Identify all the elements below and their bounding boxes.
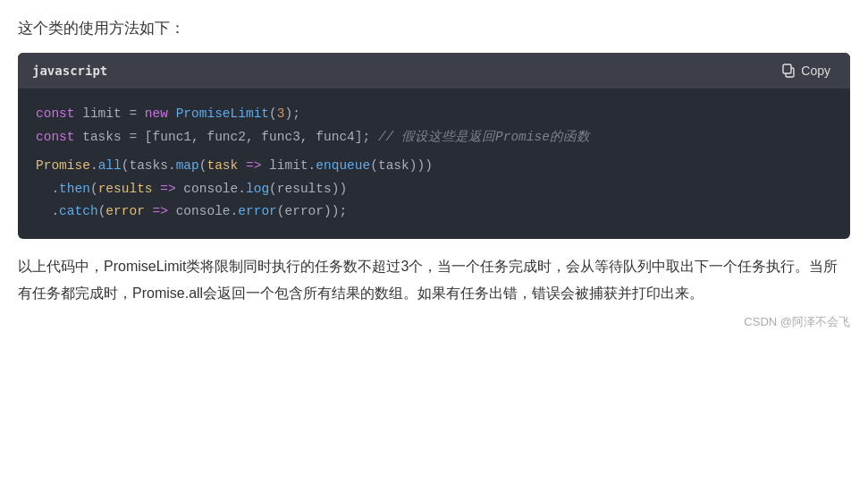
code-line-4: .then(results => console.log(results)) <box>36 178 832 200</box>
outro-text: 以上代码中，PromiseLimit类将限制同时执行的任务数不超过3个，当一个任… <box>18 253 850 306</box>
code-line-5: .catch(error => console.error(error)); <box>36 200 832 223</box>
code-line-2: const tasks = [func1, func2, func3, func… <box>36 126 832 149</box>
code-language-label: javascript <box>32 64 107 78</box>
copy-button[interactable]: Copy <box>776 62 836 80</box>
footer-watermark: CSDN @阿泽不会飞 <box>18 314 850 330</box>
code-header: javascript Copy <box>18 53 850 89</box>
copy-label: Copy <box>801 64 830 78</box>
svg-rect-1 <box>783 64 791 73</box>
code-block: javascript Copy const limit = new Promis… <box>18 53 850 239</box>
code-body: const limit = new PromiseLimit(3); const… <box>18 89 850 239</box>
intro-text: 这个类的使用方法如下： <box>18 16 850 40</box>
code-line-3: Promise.all(tasks.map(task => limit.enqu… <box>36 155 832 177</box>
code-blank-1 <box>36 149 832 155</box>
copy-icon <box>781 64 796 78</box>
code-line-1: const limit = new PromiseLimit(3); <box>36 103 832 125</box>
